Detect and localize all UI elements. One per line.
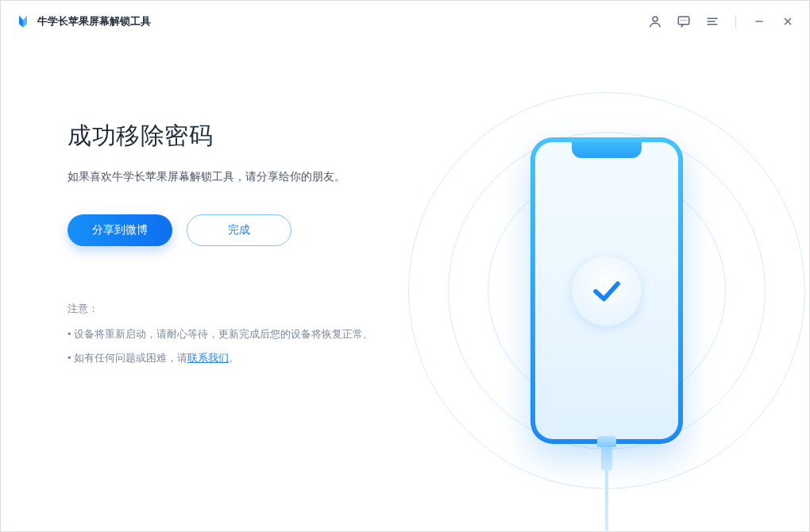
menu-icon[interactable] [705,14,719,29]
illustration-panel [449,74,765,507]
notes-title: 注意： [68,302,449,316]
phone-notch [572,142,642,158]
content-area: 成功移除密码 如果喜欢牛学长苹果屏幕解锁工具，请分享给你的朋友。 分享到微博 完… [1,42,809,531]
titlebar-separator [735,15,736,28]
minimize-icon[interactable] [752,14,766,29]
note-line-1: • 设备将重新启动，请耐心等待，更新完成后您的设备将恢复正常。 [68,327,449,341]
note-line-2: • 如有任何问题或困难，请联系我们。 [68,351,449,365]
done-button[interactable]: 完成 [187,214,291,246]
svg-point-0 [653,17,658,21]
share-button[interactable]: 分享到微博 [68,214,172,246]
success-check-icon [571,255,642,326]
notes-section: 注意： • 设备将重新启动，请耐心等待，更新完成后您的设备将恢复正常。 • 如有… [68,302,449,365]
phone-frame [530,137,683,444]
titlebar-actions [648,14,795,29]
close-icon[interactable] [781,14,795,29]
titlebar: 牛学长苹果屏幕解锁工具 [1,1,809,42]
phone-screen [535,142,678,439]
page-subline: 如果喜欢牛学长苹果屏幕解锁工具，请分享给你的朋友。 [68,170,449,184]
note-2-suffix: 。 [229,352,239,364]
app-window: 牛学长苹果屏幕解锁工具 [0,0,810,532]
phone-cable [595,436,619,532]
feedback-icon[interactable] [677,14,691,29]
user-icon[interactable] [648,14,662,29]
phone-illustration [530,137,683,444]
page-headline: 成功移除密码 [68,120,449,152]
app-logo-icon [15,13,31,29]
left-panel: 成功移除密码 如果喜欢牛学长苹果屏幕解锁工具，请分享给你的朋友。 分享到微博 完… [68,74,449,507]
contact-us-link[interactable]: 联系我们 [187,352,229,364]
note-2-prefix: • 如有任何问题或困难，请 [68,352,187,364]
button-row: 分享到微博 完成 [68,214,449,246]
app-title: 牛学长苹果屏幕解锁工具 [37,14,151,29]
